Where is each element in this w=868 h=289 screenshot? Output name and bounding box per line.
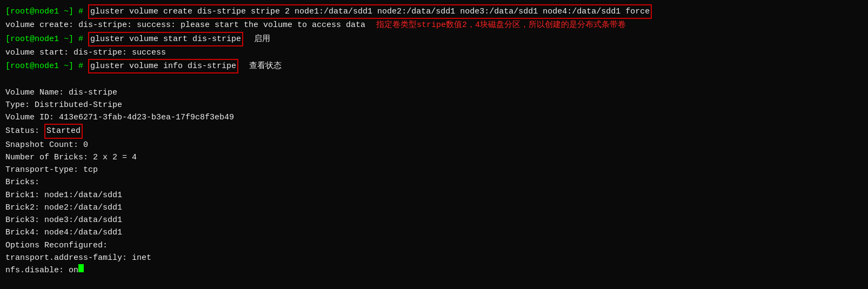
brick1-line: Brick1: node1:/data/sdd1 bbox=[5, 189, 863, 201]
volume-name: Volume Name: dis-stripe bbox=[5, 86, 117, 99]
transport-family-line: transport.address-family: inet bbox=[5, 252, 863, 264]
command-line-3: [root@node1 ~] # gluster volume start di… bbox=[5, 32, 863, 46]
blank-line bbox=[5, 73, 863, 86]
prompt-5: [root@node1 ~] # bbox=[5, 60, 88, 72]
command-line-5: [root@node1 ~] # gluster volume info dis… bbox=[5, 59, 863, 73]
options-label-line: Options Reconfigured: bbox=[5, 239, 863, 252]
status-value: Started bbox=[44, 124, 83, 138]
output-text-2: volume create: dis-stripe: success: plea… bbox=[5, 19, 365, 31]
prompt-3: [root@node1 ~] # bbox=[5, 33, 88, 45]
type-line: Type: Distributed-Stripe bbox=[5, 99, 863, 111]
transport-family: transport.address-family: inet bbox=[5, 252, 151, 264]
brick3-line: Brick3: node3:/data/sdd1 bbox=[5, 214, 863, 226]
bricks-count: Number of Bricks: 2 x 2 = 4 bbox=[5, 151, 137, 164]
brick1: Brick1: node1:/data/sdd1 bbox=[5, 189, 122, 201]
output-text-4: volume start: dis-stripe: success bbox=[5, 46, 166, 59]
volume-name-line: Volume Name: dis-stripe bbox=[5, 86, 863, 99]
annotation-2: 指定卷类型stripe数值2，4块磁盘分区，所以创建的是分布式条带卷 bbox=[376, 19, 626, 31]
snapshot-count: Snapshot Count: 0 bbox=[5, 139, 88, 151]
options-label: Options Reconfigured: bbox=[5, 239, 108, 252]
brick4: Brick4: node4:/data/sdd1 bbox=[5, 226, 122, 239]
annotation-5: 查看状态 bbox=[249, 60, 282, 72]
brick4-line: Brick4: node4:/data/sdd1 bbox=[5, 226, 863, 239]
command-line-1: [root@node1 ~] # gluster volume create d… bbox=[5, 4, 863, 19]
transport-type: Transport-type: tcp bbox=[5, 164, 98, 176]
output-line-4: volume start: dis-stripe: success bbox=[5, 46, 863, 59]
command-box-3: gluster volume start dis-stripe bbox=[88, 32, 243, 46]
volume-type: Type: Distributed-Stripe bbox=[5, 99, 122, 111]
prompt-1: [root@node1 ~] # bbox=[5, 5, 88, 18]
transport-type-line: Transport-type: tcp bbox=[5, 164, 863, 176]
snapshot-count-line: Snapshot Count: 0 bbox=[5, 139, 863, 151]
volume-id: Volume ID: 413e6271-3fab-4d23-b3ea-17f9c… bbox=[5, 111, 234, 124]
bricks-count-line: Number of Bricks: 2 x 2 = 4 bbox=[5, 151, 863, 164]
nfs-disable-line: nfs.disable: on bbox=[5, 264, 863, 277]
bricks-label: Bricks: bbox=[5, 176, 39, 189]
volume-id-line: Volume ID: 413e6271-3fab-4d23-b3ea-17f9c… bbox=[5, 111, 863, 124]
nfs-disable: nfs.disable: on bbox=[5, 264, 78, 277]
command-box-5: gluster volume info dis-stripe bbox=[88, 59, 238, 73]
output-line-2: volume create: dis-stripe: success: plea… bbox=[5, 19, 863, 31]
command-box-1: gluster volume create dis-stripe stripe … bbox=[88, 4, 652, 19]
brick2: Brick2: node2:/data/sdd1 bbox=[5, 201, 122, 214]
annotation-3: 启用 bbox=[254, 33, 270, 45]
status-prefix: Status: bbox=[5, 125, 44, 137]
terminal-cursor bbox=[78, 264, 84, 272]
brick3: Brick3: node3:/data/sdd1 bbox=[5, 214, 122, 226]
brick2-line: Brick2: node2:/data/sdd1 bbox=[5, 201, 863, 214]
status-line: Status: Started bbox=[5, 124, 863, 138]
terminal-window: [root@node1 ~] # gluster volume create d… bbox=[0, 0, 868, 289]
bricks-label-line: Bricks: bbox=[5, 176, 863, 189]
